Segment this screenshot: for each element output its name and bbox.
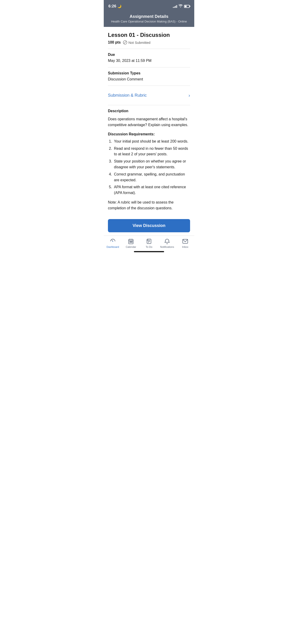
- due-label: Due: [108, 52, 190, 57]
- status-right: [173, 4, 190, 8]
- description-body: Does operations management affect a hosp…: [108, 116, 190, 128]
- status-bar: 6:26 🌙: [104, 0, 194, 12]
- tab-todo[interactable]: To Do: [140, 238, 158, 249]
- not-submitted-icon: [123, 40, 127, 44]
- svg-rect-5: [130, 242, 130, 242]
- description-section: Description Does operations management a…: [108, 109, 190, 211]
- tab-inbox[interactable]: Inbox: [176, 238, 194, 249]
- requirement-item: APA format with at least one cited refer…: [113, 184, 190, 196]
- notifications-icon: [164, 238, 170, 244]
- calendar-icon: [128, 238, 134, 244]
- tab-calendar[interactable]: Calendar: [122, 238, 140, 249]
- submission-types-value: Discussion Comment: [108, 77, 190, 82]
- todo-label: To Do: [146, 246, 152, 248]
- dashboard-label: Dashboard: [107, 246, 119, 248]
- main-content: Lesson 01 - Discussion 100 pts Not Submi…: [104, 27, 194, 216]
- submission-rubric-link[interactable]: Submission & Rubric: [108, 93, 147, 98]
- requirement-item: Correct grammar, spelling, and punctuati…: [113, 172, 190, 183]
- tab-bar: Dashboard Calendar: [104, 236, 194, 249]
- moon-icon: 🌙: [117, 4, 121, 8]
- view-discussion-button[interactable]: View Discussion: [108, 219, 190, 232]
- status-time: 6:26 🌙: [108, 4, 121, 8]
- requirement-item: Your initial post should be at least 200…: [113, 139, 190, 144]
- home-indicator-bar: [134, 251, 164, 252]
- nav-bar: < Assignment Details Health Care Operati…: [104, 12, 194, 27]
- todo-icon: [146, 238, 152, 244]
- divider-3: [108, 86, 190, 86]
- tab-dashboard[interactable]: Dashboard: [104, 238, 122, 249]
- nav-title: Assignment Details: [108, 14, 190, 19]
- svg-point-0: [112, 241, 113, 242]
- wifi-icon: [178, 4, 183, 8]
- submission-types-section: Submission Types Discussion Comment: [108, 71, 190, 82]
- submission-types-label: Submission Types: [108, 71, 190, 75]
- assignment-points: 100 pts: [108, 40, 121, 44]
- due-value: May 30, 2023 at 11:59 PM: [108, 58, 190, 63]
- notifications-label: Notifications: [160, 246, 174, 248]
- requirement-item: Read and respond in no fewer than 50 wor…: [113, 146, 190, 158]
- description-label: Description: [108, 109, 190, 113]
- submission-rubric-row[interactable]: Submission & Rubric ›: [108, 90, 190, 101]
- inbox-icon: [182, 238, 188, 244]
- calendar-label: Calendar: [126, 246, 136, 248]
- svg-rect-7: [132, 242, 132, 242]
- battery-icon: [184, 5, 190, 8]
- assignment-meta: 100 pts Not Submitted: [108, 40, 190, 44]
- divider-4: [108, 105, 190, 105]
- status-text: Not Submitted: [128, 40, 150, 44]
- assignment-status: Not Submitted: [123, 40, 150, 44]
- tab-notifications[interactable]: Notifications: [158, 238, 176, 249]
- dashboard-icon: [110, 238, 116, 244]
- nav-subtitle: Health Care Operational Decision Making …: [108, 20, 190, 23]
- divider-1: [108, 49, 190, 49]
- divider-2: [108, 67, 190, 68]
- requirements-title: Discussion Requirements:: [108, 132, 190, 136]
- requirements-list: Your initial post should be at least 200…: [108, 139, 190, 196]
- svg-rect-6: [131, 242, 131, 242]
- bottom-button-container: View Discussion: [104, 216, 194, 236]
- signal-icon: [173, 5, 177, 8]
- assignment-title: Lesson 01 - Discussion: [108, 32, 190, 38]
- chevron-right-icon: ›: [188, 93, 190, 98]
- back-button[interactable]: <: [108, 26, 111, 32]
- inbox-label: Inbox: [182, 246, 188, 248]
- due-section: Due May 30, 2023 at 11:59 PM: [108, 52, 190, 63]
- home-indicator: [104, 249, 194, 255]
- requirement-item: State your position on whether you agree…: [113, 158, 190, 170]
- description-note: Note: A rubric will be used to assess th…: [108, 200, 190, 211]
